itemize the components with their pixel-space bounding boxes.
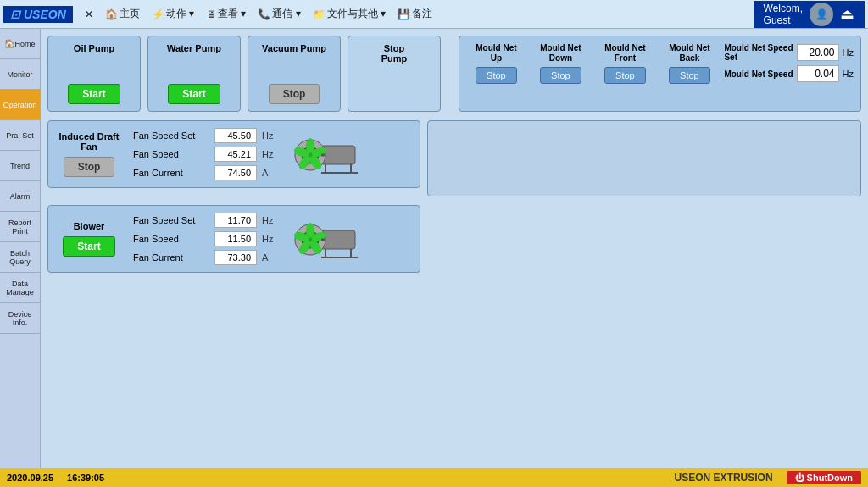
blower-speed-set-row: Fan Speed Set 11.70 Hz (133, 213, 273, 228)
blower-current-value: 73.30 (214, 250, 257, 265)
fan-current-row: Fan Current 74.50 A (133, 165, 273, 180)
mould-net-up-label: Mould NetUp (476, 43, 516, 64)
water-pump-start-button[interactable]: Start (168, 84, 220, 104)
fan-speed-unit: Hz (262, 149, 273, 159)
mould-net-section: Mould NetUp Stop Mould NetDown Stop Moul… (459, 36, 861, 112)
user-greeting: Welcom, (764, 3, 803, 14)
mould-net-down-stop-button[interactable]: Stop (540, 67, 581, 84)
mould-net-up-stop-button[interactable]: Stop (476, 67, 517, 84)
stop-pump-card: StopPump (348, 36, 441, 112)
shutdown-label: ShutDown (807, 473, 853, 483)
induced-draft-fan-icon (283, 129, 359, 180)
blower-title: Blower (59, 221, 119, 231)
blower-controls: Fan Speed Set 11.70 Hz Fan Speed 11.50 H… (133, 213, 273, 265)
blower-current-row: Fan Current 73.30 A (133, 250, 273, 265)
sidebar-item-monitor[interactable]: Monitor (0, 59, 40, 90)
mould-net-front-stop-button[interactable]: Stop (604, 67, 646, 84)
mould-speed-set-unit: Hz (843, 47, 854, 58)
induced-draft-fan-stop-button[interactable]: Stop (64, 157, 115, 177)
blower-current-label: Fan Current (133, 252, 209, 263)
backup-button[interactable]: 💾 备注 (392, 5, 437, 23)
oil-pump-title: Oil Pump (74, 43, 114, 53)
blower-speed-value: 11.50 (214, 231, 257, 246)
sidebar-item-report[interactable]: ReportPrint (0, 212, 40, 242)
vacuum-pump-card: Vacuum Pump Stop (248, 36, 341, 112)
vacuum-pump-title: Vacuum Pump (262, 43, 326, 53)
logo-text: USEON (24, 8, 66, 21)
mould-speed-label: Mould Net Speed (724, 69, 793, 79)
fan-speed-set-label: Fan Speed Set (133, 130, 209, 141)
sidebar: 🏠Home Monitor Operation Pra. Set Trend A… (0, 29, 41, 468)
logo-e-icon: ⊡ (10, 8, 20, 21)
induced-draft-fan-controls: Fan Speed Set 45.50 Hz Fan Speed 45.21 H… (133, 128, 273, 180)
user-area: Welcom, Guest 👤 ⏏ (754, 1, 865, 28)
right-empty-panel (427, 120, 861, 196)
close-button[interactable]: ✕ (80, 7, 98, 22)
blower-speed-label: Fan Speed (133, 234, 209, 244)
top-content-row: Oil Pump Start Water Pump Start Vacuum P… (47, 36, 861, 112)
sidebar-item-praset[interactable]: Pra. Set (0, 120, 40, 151)
sidebar-item-alarm[interactable]: Alarm (0, 181, 40, 212)
mould-net-back-stop-button[interactable]: Stop (669, 67, 710, 84)
fan-speed-set-unit: Hz (262, 130, 273, 141)
useon-extrusion-label: USEON EXTRUSION (675, 472, 773, 484)
water-pump-card: Water Pump Start (147, 36, 241, 112)
sidebar-item-device[interactable]: DeviceInfo. (0, 303, 40, 334)
mould-net-down-col: Mould NetDown Stop (531, 43, 590, 84)
view-button[interactable]: 🖥 查看 ▾ (201, 5, 251, 23)
oil-pump-card: Oil Pump Start (47, 36, 141, 112)
mould-net-up-col: Mould NetUp Stop (466, 43, 526, 84)
blower-speed-unit: Hz (262, 234, 273, 244)
shutdown-button[interactable]: ⏻ ShutDown (787, 471, 861, 484)
fan-current-label: Fan Current (133, 168, 209, 178)
mould-speed-set-row: Mould Net SpeedSet 20.00 Hz (724, 43, 854, 62)
blower-start-button[interactable]: Start (63, 236, 114, 257)
sidebar-item-trend[interactable]: Trend (0, 151, 40, 181)
mould-net-back-label: Mould NetBack (669, 43, 709, 64)
home-button[interactable]: 🏠 主页 (100, 5, 145, 23)
status-bar: 2020.09.25 16:39:05 USEON EXTRUSION ⏻ Sh… (0, 468, 868, 487)
file-button[interactable]: 📁 文件与其他 ▾ (308, 5, 391, 23)
sidebar-item-batch[interactable]: BatchQuery (0, 242, 40, 273)
water-pump-title: Water Pump (167, 43, 221, 53)
sidebar-item-home[interactable]: 🏠Home (0, 29, 40, 59)
logo: ⊡ USEON (3, 6, 73, 23)
fan-speed-row: Fan Speed 45.21 Hz (133, 147, 273, 162)
mould-top-row: Mould NetUp Stop Mould NetDown Stop Moul… (466, 43, 854, 84)
mould-net-front-label: Mould NetFront (604, 43, 645, 64)
mould-speed-set-label: Mould Net SpeedSet (724, 43, 793, 62)
blower-fan-icon (283, 213, 359, 264)
avatar: 👤 (810, 3, 833, 26)
blower-speed-row: Fan Speed 11.50 Hz (133, 231, 273, 246)
mould-speed-row: Mould Net Speed 0.04 Hz (724, 65, 854, 82)
fan-current-unit: A (262, 168, 268, 178)
vacuum-pump-stop-button[interactable]: Stop (269, 84, 320, 104)
blower-speed-set-label: Fan Speed Set (133, 215, 209, 225)
stop-pump-title: StopPump (381, 43, 408, 64)
fan-speed-set-row: Fan Speed Set 45.50 Hz (133, 128, 273, 143)
logout-icon[interactable]: ⏏ (840, 5, 854, 24)
mould-speed-set-value: 20.00 (797, 44, 839, 61)
fan-speed-label: Fan Speed (133, 149, 209, 159)
status-time: 16:39:05 (67, 473, 104, 483)
mould-net-front-col: Mould NetFront Stop (595, 43, 654, 84)
blower-speed-set-value: 11.70 (214, 213, 257, 228)
svg-rect-0 (321, 146, 355, 164)
comm-button[interactable]: 📞 通信 ▾ (253, 5, 305, 23)
status-date: 2020.09.25 (7, 473, 53, 483)
middle-row: Induced DraftFan Stop Fan Speed Set 45.5… (47, 120, 861, 196)
svg-rect-12 (321, 230, 355, 249)
fan-speed-set-value: 45.50 (214, 128, 257, 143)
blower-speed-set-unit: Hz (262, 215, 273, 225)
top-bar: ⊡ USEON ✕ 🏠 主页 ⚡ 动作 ▾ 🖥 查看 ▾ 📞 通信 ▾ 📁 文件… (0, 0, 868, 29)
action-button[interactable]: ⚡ 动作 ▾ (147, 5, 199, 23)
main-layout: 🏠Home Monitor Operation Pra. Set Trend A… (0, 29, 868, 468)
shutdown-icon: ⏻ (795, 473, 804, 483)
sidebar-item-operation[interactable]: Operation (0, 90, 40, 120)
user-role: Guest (764, 14, 803, 26)
blower-card: Blower Start Fan Speed Set 11.70 Hz Fan … (47, 205, 420, 273)
oil-pump-start-button[interactable]: Start (68, 84, 120, 104)
mould-speed-value: 0.04 (797, 65, 839, 82)
sidebar-item-data[interactable]: DataManage (0, 273, 40, 303)
mould-net-back-col: Mould NetBack Stop (659, 43, 719, 84)
